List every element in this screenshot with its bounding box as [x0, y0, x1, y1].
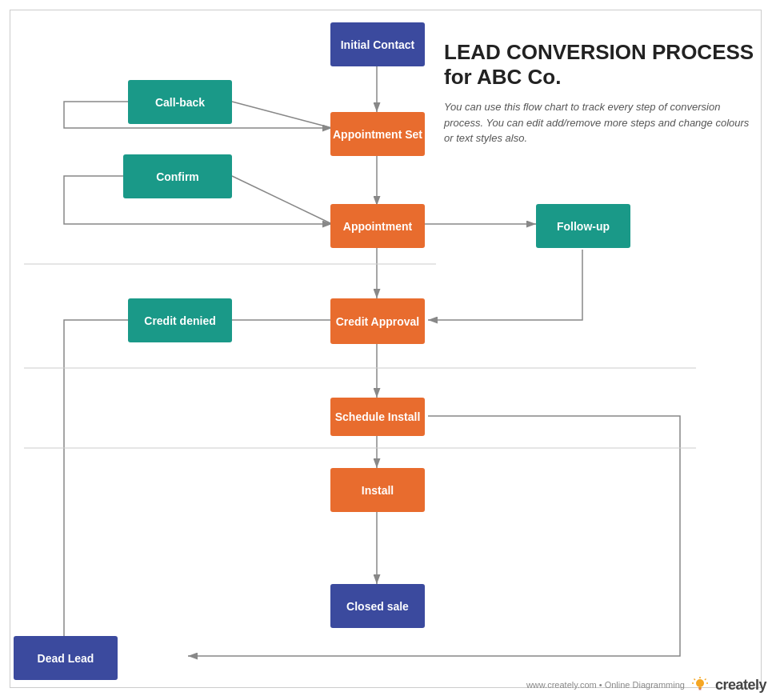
svg-rect-17 [698, 689, 701, 690]
appointment-set-box: Appointment Set [330, 112, 425, 156]
appointment-box: Appointment [330, 204, 425, 248]
info-panel: LEAD CONVERSION PROCESS for ABC Co. You … [444, 40, 756, 146]
diagram-title: LEAD CONVERSION PROCESS for ABC Co. [444, 40, 756, 90]
svg-line-20 [705, 679, 706, 681]
initial-contact-box: Initial Contact [330, 22, 425, 66]
creately-bulb-icon [691, 676, 709, 694]
install-label: Install [362, 484, 394, 497]
footer-text: www.creately.com • Online Diagramming [526, 680, 685, 690]
appointment-label: Appointment [343, 220, 412, 233]
credit-denied-box: Credit denied [128, 298, 232, 342]
svg-point-15 [696, 679, 704, 687]
credit-approval-box: Credit Approval [330, 298, 425, 344]
schedule-install-box: Schedule Install [330, 398, 425, 436]
appointment-set-label: Appointment Set [333, 128, 422, 141]
svg-line-5 [232, 176, 332, 224]
confirm-box: Confirm [123, 154, 232, 198]
closed-sale-label: Closed sale [346, 600, 409, 613]
credit-approval-label: Credit Approval [336, 315, 420, 328]
footer: www.creately.com • Online Diagramming cr… [526, 676, 766, 694]
follow-up-box: Follow-up [536, 204, 630, 248]
call-back-label: Call-back [155, 96, 205, 109]
svg-rect-16 [698, 687, 702, 689]
dead-lead-label: Dead Lead [38, 652, 94, 665]
install-box: Install [330, 468, 425, 512]
dead-lead-box: Dead Lead [14, 636, 118, 680]
call-back-box: Call-back [128, 80, 232, 124]
initial-contact-label: Initial Contact [341, 38, 415, 51]
diagram-description: You can use this flow chart to track eve… [444, 99, 756, 146]
closed-sale-box: Closed sale [330, 584, 425, 628]
creately-logo-text: creately [715, 677, 766, 694]
follow-up-label: Follow-up [557, 220, 610, 233]
svg-line-3 [232, 102, 332, 128]
svg-line-19 [694, 679, 695, 681]
confirm-label: Confirm [156, 170, 199, 183]
credit-denied-label: Credit denied [144, 314, 215, 327]
schedule-install-label: Schedule Install [335, 410, 421, 423]
